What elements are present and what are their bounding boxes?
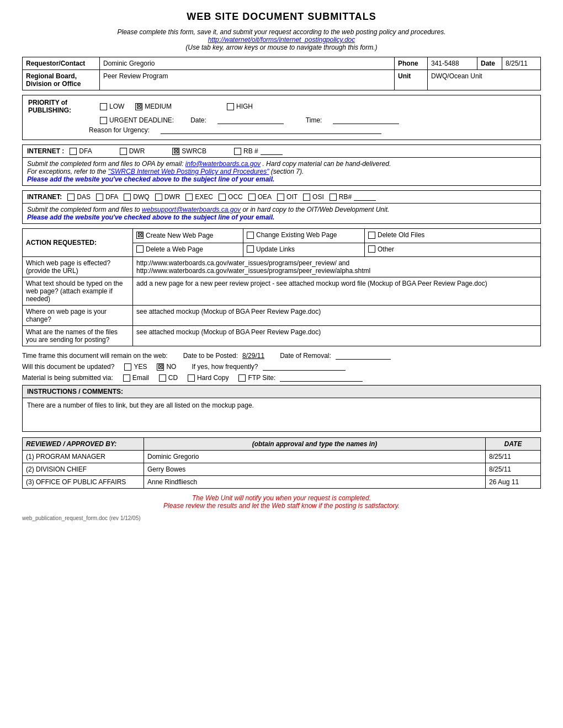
freq-field[interactable] <box>263 363 346 371</box>
das-checkbox[interactable] <box>67 194 75 201</box>
urgent-checkbox[interactable] <box>100 117 107 124</box>
intranet-body2: or in hard copy to the OIT/Web Developme… <box>242 206 389 213</box>
intranet-rb: RB# <box>330 193 376 201</box>
exec-checkbox[interactable] <box>185 194 193 201</box>
removal-field[interactable] <box>336 352 391 360</box>
hardcopy-option: Hard Copy <box>188 374 229 382</box>
reason-field[interactable] <box>161 126 381 134</box>
hardcopy-checkbox[interactable] <box>188 374 195 382</box>
ftp-option: FTP Site: <box>238 374 275 382</box>
dwr-checkbox[interactable] <box>120 148 127 155</box>
dwq-checkbox[interactable] <box>124 194 131 201</box>
approved-header1: REVIEWED / APPROVED BY: <box>23 438 144 451</box>
date-field-label: Date: <box>190 116 206 124</box>
intranet-rb-field[interactable] <box>354 193 376 201</box>
requestor-label: Requestor/Contact <box>23 57 100 70</box>
intranet-dwr-checkbox[interactable] <box>155 194 162 201</box>
intranet-rb-checkbox[interactable] <box>330 194 337 201</box>
which-page-question: Which web page is effected?(provide the … <box>23 257 133 277</box>
posted-value: 8/29/11 <box>242 352 264 360</box>
delete-old-checkbox[interactable] <box>368 232 375 239</box>
approved-table: REVIEWED / APPROVED BY: (obtain approval… <box>22 437 541 489</box>
no-label: NO <box>166 363 176 371</box>
swrcb-checkbox[interactable]: ☒ <box>172 148 179 155</box>
high-checkbox[interactable] <box>227 103 234 110</box>
approved-name: Dominic Gregorio <box>144 451 486 463</box>
footer-line2: Please review the results and let the We… <box>22 502 541 510</box>
dwq-label: DWQ <box>133 193 149 201</box>
urgent-date-field[interactable] <box>217 116 284 124</box>
instructions-section: INSTRUCTIONS / COMMENTS: There are a num… <box>22 385 541 432</box>
swrcb-option: ☒ SWRCB <box>172 147 206 155</box>
low-label: LOW <box>109 103 124 110</box>
footer-note: The Web Unit will notify you when your r… <box>22 494 541 510</box>
table-row: (1) PROGRAM MANAGER Dominic Gregorio 8/2… <box>23 451 541 463</box>
intranet-oit: OIT <box>277 193 298 201</box>
no-checkbox[interactable]: ☒ <box>157 363 164 371</box>
low-checkbox[interactable] <box>100 103 107 110</box>
swrcb-label: SWRCB <box>182 147 206 155</box>
intranet-highlight: Please add the website you've checked ab… <box>27 213 274 221</box>
where-change-question: Where on web page is your change? <box>23 306 133 326</box>
dfa-checkbox[interactable] <box>70 148 77 155</box>
rb-field[interactable] <box>261 147 283 155</box>
approved-header2: (obtain approval and type the names in) <box>144 438 486 451</box>
timeframe-label: Time frame this document will remain on … <box>22 352 168 360</box>
intranet-dwq: DWQ <box>124 193 149 201</box>
yes-option: YES <box>124 363 147 371</box>
oit-checkbox[interactable] <box>277 194 284 201</box>
delete-page-label: Delete a Web Page <box>146 245 203 253</box>
ftp-checkbox[interactable] <box>238 374 246 382</box>
file-names-answer: see attached mockup (Mockup of BGA Peer … <box>133 326 541 346</box>
oea-checkbox[interactable] <box>248 194 256 201</box>
update-links-checkbox[interactable] <box>247 245 254 253</box>
freq-label: If yes, how frequently? <box>192 363 258 371</box>
inet-body1: Submit the completed form and files to O… <box>27 160 183 168</box>
osi-checkbox[interactable] <box>303 194 310 201</box>
change-web-page-label: Change Existing Web Page <box>256 231 337 239</box>
intranet-rb-label: RB# <box>339 193 352 201</box>
rb-checkbox[interactable] <box>234 148 241 155</box>
unit-label: Unit <box>395 70 428 90</box>
oea-label: OEA <box>258 193 272 201</box>
action-table: ACTION REQUESTED: ☒ Create New Web Page … <box>22 228 541 346</box>
intranet-section: INTRANET: DAS DFA DWQ DWR EXEC OCC OEA <box>22 190 541 224</box>
cd-checkbox[interactable] <box>159 374 166 382</box>
table-row: (3) OFFICE OF PUBLIC AFFAIRS Anne Rindfl… <box>23 476 541 489</box>
ftp-field[interactable] <box>280 374 363 382</box>
cd-label: CD <box>168 374 178 382</box>
dwr-label: DWR <box>129 147 145 155</box>
inet-email[interactable]: info@waterboards.ca.gov <box>185 160 261 168</box>
create-web-page-checkbox[interactable]: ☒ <box>136 232 144 239</box>
table-row: What text should be typed on the web pag… <box>23 277 541 306</box>
email-label: Email <box>132 374 149 382</box>
page-title: WEB SITE DOCUMENT SUBMITTALS <box>22 11 541 23</box>
inet-link[interactable]: "SWRCB Internet Web Posting Policy and P… <box>108 168 269 175</box>
delete-page-checkbox[interactable] <box>136 245 144 253</box>
email-checkbox[interactable] <box>123 374 130 382</box>
yes-label: YES <box>134 363 147 371</box>
medium-checkbox[interactable]: ☒ <box>135 103 142 110</box>
other-checkbox[interactable] <box>368 245 375 253</box>
dfa-option: DFA <box>70 147 92 155</box>
table-row: Where on web page is your change? see at… <box>23 306 541 326</box>
intranet-dfa: DFA <box>96 193 118 201</box>
approved-date: 8/25/11 <box>486 451 541 463</box>
intranet-osi: OSI <box>303 193 324 201</box>
urgent-option: URGENT DEADLINE: <box>100 116 174 124</box>
intranet-email[interactable]: websupport@waterboards.ca.gov <box>142 206 241 213</box>
internet-section: INTERNET : DFA DWR ☒ SWRCB RB # Submit t… <box>22 144 541 186</box>
which-page-answer: http://www.waterboards.ca.gov/water_issu… <box>133 257 541 277</box>
inet-body2: . Hard copy material can be hand-deliver… <box>262 160 391 168</box>
urgent-time-field[interactable] <box>333 116 399 124</box>
yes-checkbox[interactable] <box>124 363 131 371</box>
cd-option: CD <box>159 374 178 382</box>
table-row: Which web page is effected?(provide the … <box>23 257 541 277</box>
removal-label: Date of Removal: <box>280 352 331 360</box>
requestor-table: Requestor/Contact Dominic Gregorio Phone… <box>22 57 541 90</box>
approved-role: (2) DIVISION CHIEF <box>23 463 144 476</box>
intranet-dfa-checkbox[interactable] <box>96 194 103 201</box>
change-web-page-checkbox[interactable] <box>247 232 254 239</box>
occ-checkbox[interactable] <box>219 194 226 201</box>
intro-link[interactable]: http://waternet/oit/forms/internet_posti… <box>208 36 355 44</box>
